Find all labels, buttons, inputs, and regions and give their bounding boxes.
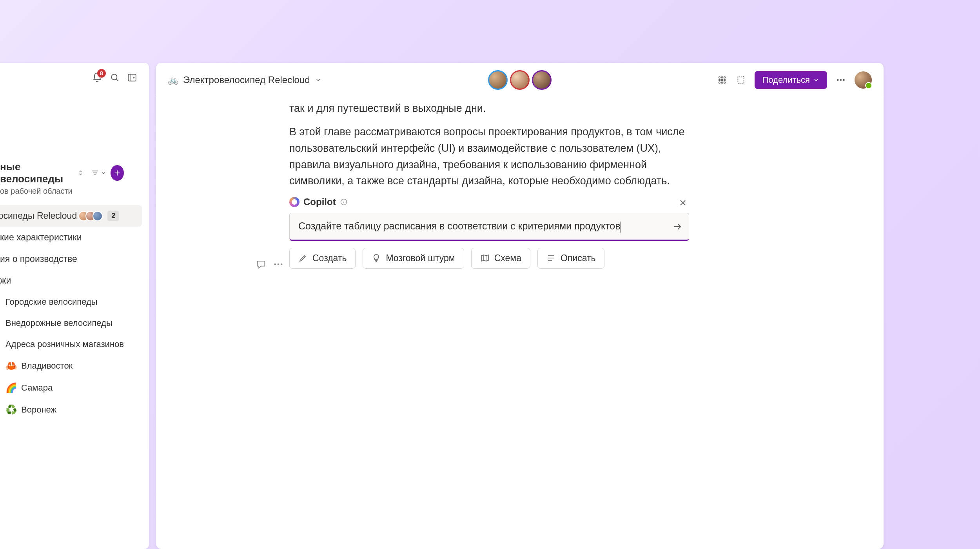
svg-rect-11	[738, 76, 744, 84]
crab-icon: 🦀	[5, 360, 16, 371]
svg-point-2	[719, 76, 720, 78]
svg-point-4	[724, 76, 725, 78]
share-button[interactable]: Поделиться	[755, 71, 827, 89]
nav-item-label: Самара	[21, 383, 53, 393]
close-icon	[678, 198, 688, 207]
copilot-input-wrap: Создайте таблицу расписания в соответств…	[289, 213, 689, 240]
copilot-panel: Copilot Создайте таблицу расписания в со…	[289, 196, 689, 268]
share-button-label: Поделиться	[762, 75, 810, 85]
workspace-subtitle: ов рабочей области	[0, 187, 140, 196]
arrow-right-icon	[672, 221, 683, 232]
svg-point-16	[278, 264, 279, 265]
comment-icon[interactable]	[256, 259, 267, 270]
svg-point-9	[721, 82, 722, 83]
svg-point-8	[719, 82, 720, 83]
pencil-icon	[298, 253, 308, 263]
map-icon	[480, 253, 490, 263]
lightbulb-icon	[372, 253, 381, 263]
nav-item[interactable]: Городские велосипеды	[0, 291, 149, 313]
nav-item[interactable]: 🦀Владивосток	[0, 355, 149, 377]
nav-item[interactable]: 🌈Самара	[0, 377, 149, 399]
presence-avatars	[488, 70, 552, 90]
rainbow-icon: 🌈	[5, 382, 16, 393]
header-right: Поделиться	[717, 71, 872, 89]
filter-button[interactable]	[90, 168, 107, 178]
more-horizontal-icon[interactable]	[273, 259, 284, 270]
left-panel-overlay: ные велосипеды ов рабочей области лосипе…	[0, 63, 149, 549]
nav-item[interactable]: жи	[0, 270, 149, 291]
plus-icon	[113, 169, 122, 177]
nav-item-label: лосипеды Relecloud	[0, 211, 77, 221]
svg-point-14	[843, 79, 844, 80]
notifications-button[interactable]: 8	[92, 72, 103, 83]
copilot-input-text: Создайте таблицу расписания в соответств…	[298, 220, 620, 231]
copilot-input[interactable]: Создайте таблицу расписания в соответств…	[289, 213, 689, 240]
notification-badge: 8	[97, 69, 106, 78]
svg-point-5	[719, 79, 720, 80]
nav-item-count: 2	[107, 211, 119, 221]
nav-item[interactable]: Внедорожные велосипеды	[0, 313, 149, 334]
doc-body: так и для путешествий в выходные дни. В …	[156, 97, 720, 269]
nav-item-label: ия о производстве	[0, 254, 77, 264]
avatar[interactable]	[488, 70, 508, 90]
chip-label: Мозговой штурм	[386, 253, 455, 264]
workspace-title: ные велосипеды	[0, 161, 73, 185]
avatar	[93, 211, 103, 221]
text-lines-icon	[546, 253, 556, 263]
panel-toggle-icon[interactable]	[127, 73, 137, 83]
nav-item-label: жи	[0, 275, 11, 286]
nav-item-label: Городские велосипеды	[5, 297, 98, 307]
chevron-down-icon	[813, 77, 819, 83]
svg-point-12	[837, 79, 838, 80]
search-icon[interactable]	[110, 73, 120, 83]
close-button[interactable]	[678, 198, 688, 207]
copilot-title: Copilot	[303, 196, 336, 207]
avatar[interactable]	[510, 70, 530, 90]
doc-title: Электровелосипед Relecloud	[183, 75, 310, 85]
nav-item[interactable]: ♻️Воронеж	[0, 399, 149, 421]
nav-item-label: Владивосток	[21, 361, 73, 371]
recycle-icon: ♻️	[5, 404, 16, 415]
bike-icon: 🚲	[168, 75, 178, 85]
filter-icon	[90, 168, 100, 178]
svg-point-10	[724, 82, 725, 83]
user-avatar[interactable]	[855, 71, 872, 89]
copy-page-icon[interactable]	[736, 75, 746, 85]
more-horizontal-icon[interactable]	[836, 75, 846, 85]
left-toolbar: 8	[92, 72, 137, 83]
chevron-down-icon	[100, 170, 107, 176]
nav-item[interactable]: кие характеристики	[0, 227, 149, 248]
doc-paragraph: В этой главе рассматриваются вопросы про…	[289, 124, 689, 189]
info-icon[interactable]	[340, 198, 348, 206]
svg-point-0	[111, 74, 117, 80]
svg-point-7	[724, 79, 725, 80]
chip-create[interactable]: Создать	[289, 248, 356, 269]
apps-grid-icon[interactable]	[717, 75, 727, 85]
doc-title-dropdown[interactable]: 🚲 Электровелосипед Relecloud	[168, 75, 322, 85]
chevron-up-down-icon[interactable]	[77, 169, 84, 177]
nav-item-label: Адреса розничных магазинов	[5, 339, 124, 349]
svg-point-13	[840, 79, 842, 80]
chip-brainstorm[interactable]: Мозговой штурм	[363, 248, 464, 269]
doc-gutter	[256, 259, 284, 270]
copilot-header: Copilot	[289, 196, 689, 213]
chip-label: Создать	[312, 253, 347, 264]
nav-item-label: Внедорожные велосипеды	[5, 318, 113, 328]
send-button[interactable]	[672, 221, 683, 232]
text-caret	[621, 222, 621, 233]
nav-item-label: кие характеристики	[0, 232, 82, 243]
svg-rect-1	[128, 74, 136, 81]
nav-item[interactable]: Адреса розничных магазинов	[0, 334, 149, 355]
chip-describe[interactable]: Описать	[537, 248, 605, 269]
nav-item-label: Воронеж	[21, 405, 56, 415]
avatar[interactable]	[532, 70, 552, 90]
svg-point-15	[274, 264, 276, 265]
add-button[interactable]	[111, 165, 124, 181]
nav-item[interactable]: ия о производстве	[0, 248, 149, 270]
nav-list: лосипеды Relecloud 2 кие характеристики …	[0, 200, 149, 421]
main-card: 🚲 Электровелосипед Relecloud Поделиться …	[156, 63, 884, 549]
copilot-logo-icon	[289, 197, 299, 207]
nav-item-relecloud[interactable]: лосипеды Relecloud 2	[0, 205, 142, 227]
chip-label: Схема	[494, 253, 521, 264]
chip-schema[interactable]: Схема	[471, 248, 530, 269]
